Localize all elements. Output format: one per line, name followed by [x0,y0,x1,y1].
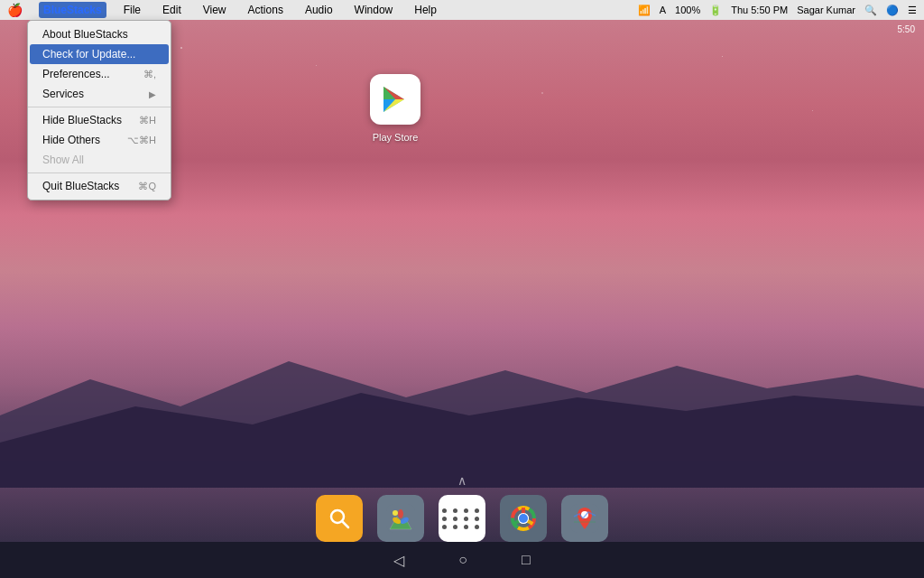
wifi-icon: 📶 [638,5,651,16]
mountain-silhouette [0,343,924,488]
siri-icon[interactable]: 🔵 [886,5,899,16]
hide-bluestacks-label: Hide BlueStacks [42,114,122,126]
battery-percent: 100% [675,5,700,15]
star-6 [812,110,813,111]
dot-4 [475,508,479,513]
dock-maps-icon[interactable] [561,495,608,542]
chrome-icon [508,503,539,534]
dot-10 [453,525,457,529]
svg-point-12 [398,509,403,518]
menu-divider-1 [28,107,171,107]
quit-bluestacks-item[interactable]: Quit BlueStacks ⌘Q [30,176,169,196]
star-1 [180,47,182,49]
apps-grid [442,508,482,529]
svg-point-10 [393,510,398,516]
dock-search-icon[interactable] [316,495,363,542]
preferences-shortcut: ⌘, [143,69,156,80]
dot-2 [453,508,457,513]
dot-6 [453,517,457,521]
actions-menu[interactable]: Actions [244,2,288,18]
edit-menu[interactable]: Edit [158,2,186,18]
services-item[interactable]: Services ▶ [30,84,169,104]
maps-icon [570,504,599,533]
check-for-update-item[interactable]: Check for Update... [30,44,169,64]
battery-icon: 🔋 [709,5,722,16]
file-menu[interactable]: File [119,2,145,18]
bluestacks-dropdown-menu: About BlueStacks Check for Update... Pre… [27,20,171,200]
preferences-item[interactable]: Preferences... ⌘, [30,64,169,84]
about-label: About BlueStacks [42,28,128,41]
mac-menu-right: 📶 A 100% 🔋 Thu 5:50 PM Sagar Kumar 🔍 🔵 ☰ [638,5,917,16]
nav-recents-button[interactable]: □ [522,552,531,568]
star-3 [541,92,543,94]
check-update-label: Check for Update... [42,48,135,61]
notifications-icon[interactable]: ☰ [908,5,917,16]
dock-chrome-icon[interactable] [500,495,547,542]
play-store-logo [379,83,411,116]
hide-others-shortcut: ⌥⌘H [127,135,156,146]
nav-home-button[interactable]: ○ [458,552,467,568]
dot-9 [442,525,447,529]
quit-shortcut: ⌘Q [138,181,156,192]
play-store-label: Play Store [373,132,419,143]
nav-back-button[interactable]: ◁ [393,552,404,569]
hide-bluestacks-item[interactable]: Hide BlueStacks ⌘H [30,110,169,130]
quit-label: Quit BlueStacks [42,180,119,192]
user-name: Sagar Kumar [797,5,855,15]
dot-12 [475,525,479,529]
apple-icon[interactable]: 🍎 [7,3,23,17]
search-icon[interactable]: 🔍 [864,5,877,16]
show-all-item[interactable]: Show All [30,150,169,170]
dock-photos-icon[interactable] [377,495,424,542]
bluestacks-menu-trigger[interactable]: BlueStacks [39,2,106,18]
dock-apps-icon[interactable] [439,495,485,542]
menu-divider-2 [28,172,171,173]
mac-menubar: 🍎 BlueStacks File Edit View Actions Audi… [0,0,924,20]
help-menu[interactable]: Help [410,2,441,18]
view-menu[interactable]: View [199,2,231,18]
services-label: Services [42,88,84,100]
audio-menu[interactable]: Audio [300,2,337,18]
dot-8 [475,517,479,521]
about-bluestacks-item[interactable]: About BlueStacks [30,24,169,44]
drag-handle[interactable]: ∧ [457,473,467,488]
play-store-icon[interactable]: Play Store [370,74,420,143]
android-dock [316,495,608,542]
hide-bluestacks-shortcut: ⌘H [139,115,156,126]
photos-icon [386,504,415,533]
window-menu[interactable]: Window [350,2,398,18]
dot-7 [464,517,468,521]
svg-point-25 [519,514,528,523]
hide-others-item[interactable]: Hide Others ⌥⌘H [30,130,169,150]
play-store-box [370,74,420,125]
star-2 [316,65,317,66]
android-statusbar: 5:50 [889,20,924,38]
android-time: 5:50 [898,24,915,34]
search-icon [327,506,352,531]
show-all-label: Show All [42,154,84,166]
dot-11 [464,525,468,529]
clock: Thu 5:50 PM [731,5,788,15]
hide-others-label: Hide Others [42,134,100,146]
services-arrow: ▶ [149,89,156,99]
keyboard-icon: A [660,5,666,15]
star-4 [722,56,723,57]
dot-3 [464,508,468,513]
dot-5 [442,517,447,521]
dot-1 [442,508,447,513]
svg-line-7 [342,521,348,527]
preferences-label: Preferences... [42,68,110,80]
android-navbar: ◁ ○ □ [0,542,924,578]
